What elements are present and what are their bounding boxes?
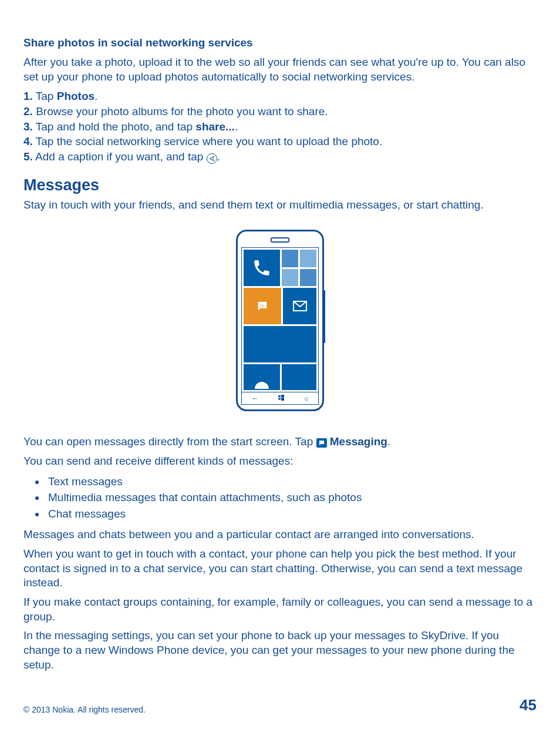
messages-heading: Messages [23,176,537,194]
list-item: Chat messages [46,506,537,522]
page-footer: © 2013 Nokia. All rights reserved. 45 [23,696,537,714]
step-text: Browse your photo albums for the photo y… [33,105,328,117]
messaging-label: Messaging [327,435,387,448]
para-conversations: Messages and chats between you and a par… [23,528,537,542]
ie-tile [244,364,280,390]
step-bold: Photos [57,90,95,102]
step-num: 4. [23,135,33,147]
mail-tile [283,288,316,324]
step-num: 3. [23,120,33,133]
step-text: . [217,150,220,163]
step-1: 1. Tap Photos. [23,89,537,104]
messaging-icon [316,438,327,448]
step-3: 3. Tap and hold the photo, and tap share… [23,119,537,135]
windows-icon [278,395,284,402]
share-photos-steps: 1. Tap Photos. 2. Browse your photo albu… [23,89,537,164]
step-5: 5. Add a caption if you want, and tap . [23,149,537,164]
page-number: 45 [519,696,537,714]
step-2: 2. Browse your photo albums for the phot… [23,104,537,119]
svg-rect-3 [278,395,281,397]
phone-navbar: ← ⌕ [242,392,318,404]
message-kinds-list: Text messages Multimedia messages that c… [23,473,537,522]
step-text: . [235,120,238,133]
step-num: 2. [23,105,33,117]
text: . [387,435,390,448]
step-num: 5. [23,150,33,163]
small-tile [282,250,298,267]
para-skydrive: In the messaging settings, you can set y… [23,629,537,672]
small-tile [300,250,316,267]
step-4: 4. Tap the social networking service whe… [23,134,537,149]
phone-tile [244,250,280,286]
messaging-tile [244,288,281,324]
search-icon: ⌕ [304,395,308,402]
step-text: Tap the social networking service where … [33,135,382,147]
step-text: Add a caption if you want, and tap [33,150,207,163]
list-item: Text messages [46,473,537,490]
list-item: Multimedia messages that contain attachm… [46,489,537,506]
share-photos-heading: Share photos in social networking servic… [23,36,537,49]
kinds-intro: You can send and receive different kinds… [23,454,537,469]
svg-rect-6 [281,398,284,401]
step-text: . [95,90,97,102]
step-text: Tap [33,90,57,102]
phone-outline: ← ⌕ [236,230,324,411]
phone-screen: ← ⌕ [241,247,319,405]
step-text: Tap and hold the photo, and tap [33,120,196,133]
back-icon: ← [252,395,259,402]
svg-point-0 [260,305,261,306]
cut-tile [282,364,316,390]
copyright-text: © 2013 Nokia. All rights reserved. [23,705,146,714]
para-best-method: When you want to get in touch with a con… [23,547,537,590]
share-photos-intro: After you take a photo, upload it to the… [23,55,537,84]
svg-rect-5 [278,398,281,400]
send-icon [207,153,217,164]
text: You can open messages directly from the … [23,435,316,448]
para-groups: If you make contact groups containing, f… [23,595,537,624]
small-tile [300,269,316,287]
messages-intro: Stay in touch with your friends, and sen… [23,198,537,213]
step-bold: share... [195,120,235,133]
svg-point-1 [262,305,264,306]
open-messages-text: You can open messages directly from the … [23,435,537,449]
phone-illustration: ← ⌕ [23,230,537,411]
small-tile [282,269,298,287]
phone-earpiece [271,237,289,243]
step-num: 1. [23,90,33,102]
wide-tile [244,326,316,362]
svg-rect-4 [281,395,284,398]
